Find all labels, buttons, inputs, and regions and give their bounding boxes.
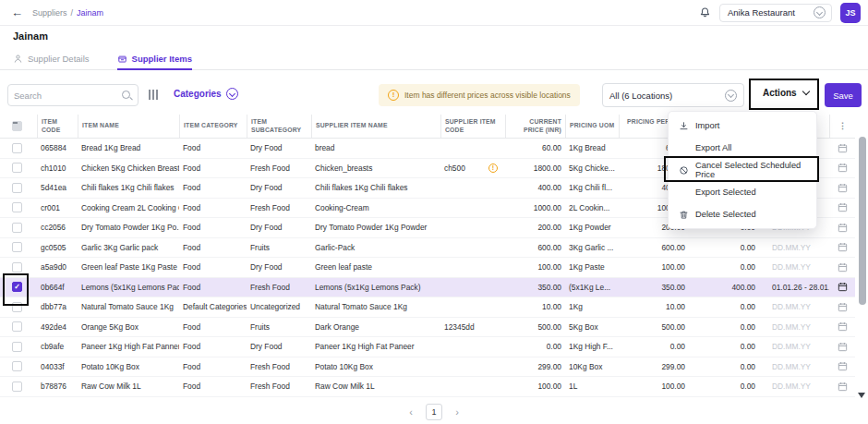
toolbar: Categories Item has different prices acr… [0,76,868,115]
menu-item-cancel-selected-scheduled-price[interactable]: Cancel Selected Scheduled Price [669,159,816,181]
calendar-icon[interactable] [838,163,848,173]
row-checkbox[interactable] [12,382,22,392]
calendar-icon[interactable] [838,143,848,153]
back-arrow-icon[interactable]: ← [11,6,23,19]
table-row[interactable]: 04033fPotato 10Kg BoxFoodFresh FoodPotat… [0,357,855,378]
cell-subcategory: Fresh Food [247,199,311,218]
filter-icon[interactable] [149,90,158,100]
account-select[interactable]: Anika Restaurant [719,4,832,22]
cell-scheduled_date: DD.MM.YY [759,258,829,277]
column-header-supplier_name[interactable]: SUPPLIER ITEM NAME [311,115,440,138]
tab-supplier-details[interactable]: Supplier Details [13,54,90,70]
save-button[interactable]: Save [825,83,862,107]
column-settings-icon[interactable]: ⋮ [838,121,847,132]
cell-calendar [829,139,855,158]
cell-scheduled_date: DD.MM.YY [759,377,829,396]
cell-category: Food [179,278,247,297]
column-header-current_price[interactable]: CURRENT PRICE (INR) [505,115,565,138]
cell-code: cb9afe [37,337,78,357]
row-checkbox[interactable] [12,342,22,352]
calendar-icon[interactable] [838,361,848,371]
table-row[interactable]: 492de4Orange 5Kg BoxFoodFruitsDark Orang… [0,318,855,338]
cell-category: Food [179,318,247,337]
calendar-icon[interactable] [838,223,848,233]
cell-code: b78876 [37,377,78,396]
calendar-icon[interactable] [838,262,848,273]
scroll-down-arrow-icon[interactable] [858,393,865,398]
column-header-supplier_code[interactable]: SUPPLIER ITEM CODE [440,115,505,138]
notification-bell-icon[interactable] [699,6,711,18]
column-header-settings[interactable]: ⋮ [829,115,855,138]
select-all-checkbox[interactable] [12,121,22,131]
row-checkbox[interactable]: ✓ [12,282,22,292]
column-header-pricing_uom[interactable]: PRICING UOM [565,115,619,138]
cell-subcategory: Fresh Food [247,377,311,396]
row-checkbox[interactable] [12,183,22,193]
cell-subcategory: Fruits [247,238,311,258]
column-header-code[interactable]: ITEM CODE [37,115,78,138]
calendar-icon[interactable] [838,202,848,212]
categories-dropdown[interactable]: Categories [174,88,238,100]
row-checkbox[interactable] [12,143,22,153]
calendar-icon[interactable] [838,302,848,312]
menu-item-import[interactable]: Import [669,115,816,137]
row-checkbox[interactable] [12,262,22,273]
cell-category: Food [179,199,247,218]
chevron-down-circle-icon [226,88,238,100]
menu-item-label: Delete Selected [695,210,756,219]
table-row[interactable]: a5a9d0Green leaf Paste 1Kg PasteFoodDry … [0,258,855,278]
scrollbar-thumb[interactable] [859,137,866,305]
row-checkbox[interactable] [12,302,22,312]
tab-supplier-items[interactable]: Supplier Items [117,54,192,70]
cell-checkbox [0,337,37,357]
table-row[interactable]: ✓0b664fLemons (5x1Kg Lemons Pack)FoodFre… [0,278,855,298]
cell-calendar [829,297,855,317]
cell-per_pack: 350.00 [619,278,689,297]
cell-supplier_name: Chicken_breasts [311,159,440,178]
menu-item-delete-selected[interactable]: Delete Selected [669,203,816,225]
breadcrumb: Suppliers / Jainam [32,8,103,18]
previous-page-button[interactable]: ‹ [403,404,419,420]
table-row[interactable]: cb9afePaneer 1Kg High Fat PannerFoodDry … [0,337,855,357]
calendar-icon[interactable] [838,183,848,193]
cell-category: Food [179,218,247,237]
cell-checkbox [0,159,37,178]
cell-category: Food [179,238,247,258]
menu-item-export-all[interactable]: Export All [669,137,816,159]
calendar-icon[interactable] [838,321,848,332]
row-checkbox[interactable] [12,223,22,233]
cell-pricing_uom: 5Kg Chicke... [565,159,619,178]
table-row[interactable]: gc0505Garlic 3Kg Garlic packFoodFruitsGa… [0,238,855,259]
cell-code: 065884 [37,139,78,158]
next-page-button[interactable]: › [449,404,465,420]
cell-subcategory: Dry Food [247,218,311,237]
breadcrumb-suppliers[interactable]: Suppliers [32,8,67,18]
calendar-icon[interactable] [838,342,848,352]
cell-code: 492de4 [37,318,78,337]
calendar-icon[interactable] [838,282,848,292]
row-checkbox[interactable] [12,202,22,212]
actions-button[interactable]: Actions [763,88,809,98]
column-header-category[interactable]: ITEM CATEGORY [179,115,247,138]
cell-calendar [829,178,855,198]
row-checkbox[interactable] [12,242,22,252]
search-input[interactable] [14,91,117,101]
row-checkbox[interactable] [12,361,22,371]
table-row[interactable]: b78876Raw Cow Milk 1LFoodFresh FoodRaw C… [0,377,855,397]
avatar[interactable]: JS [840,3,861,23]
calendar-icon[interactable] [838,382,848,392]
table-row[interactable]: dbb77aNatural Tomato Sauce 1KgDefault Ca… [0,297,855,318]
cell-checkbox [0,199,37,218]
cell-calendar [829,337,855,357]
row-checkbox[interactable] [12,163,22,173]
column-header-name[interactable]: ITEM NAME [78,115,179,138]
menu-item-export-selected[interactable]: Export Selected [669,181,816,203]
calendar-icon[interactable] [838,242,848,252]
current-page-button[interactable]: 1 [426,404,442,420]
cell-code: a5a9d0 [37,258,78,277]
cell-scheduled_price: 0.00 [689,238,759,258]
column-header-subcategory[interactable]: ITEM SUBCATEGORY [247,115,311,138]
locations-dropdown[interactable]: All (6 Locations) [602,83,744,107]
cell-current_price: 400.00 [505,178,565,198]
row-checkbox[interactable] [12,321,22,332]
